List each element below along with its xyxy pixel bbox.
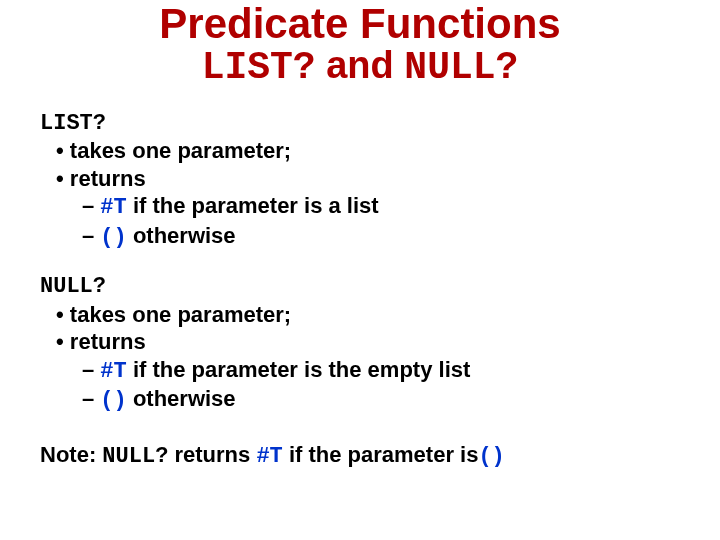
null-dash-1-code: #T [100, 359, 126, 384]
note-mid2: if the parameter is [283, 442, 479, 467]
note-mid1: returns [168, 442, 256, 467]
title-code-null: NULL? [404, 46, 518, 89]
null-section-head: NULL? [40, 273, 680, 301]
note-code-paren: () [478, 444, 504, 469]
null-dash-1: #T if the parameter is the empty list [104, 356, 680, 386]
list-dash-2-code: () [100, 225, 126, 250]
null-dash-2-code: () [100, 388, 126, 413]
title-line2: LIST? and NULL? [40, 46, 680, 88]
null-dash-1-rest: if the parameter is the empty list [127, 357, 471, 382]
null-dash-2-rest: otherwise [127, 386, 236, 411]
title-line1: Predicate Functions [40, 2, 680, 46]
null-bullet-2: returns [74, 328, 680, 356]
list-dash-1: #T if the parameter is a list [104, 192, 680, 222]
list-bullets: takes one parameter; returns [40, 137, 680, 192]
null-dashes: #T if the parameter is the empty list ()… [40, 356, 680, 415]
note-code-t: #T [256, 444, 282, 469]
null-bullets: takes one parameter; returns [40, 301, 680, 356]
slide: Predicate Functions LIST? and NULL? LIST… [0, 2, 720, 540]
list-section-head: LIST? [40, 110, 680, 138]
title-and: and [316, 44, 405, 86]
list-dash-2: () otherwise [104, 222, 680, 252]
slide-title: Predicate Functions LIST? and NULL? [40, 2, 680, 88]
list-dash-2-rest: otherwise [127, 223, 236, 248]
list-bullet-1: takes one parameter; [74, 137, 680, 165]
list-dash-1-rest: if the parameter is a list [127, 193, 379, 218]
list-dashes: #T if the parameter is a list () otherwi… [40, 192, 680, 251]
note-code-null: NULL? [102, 444, 168, 469]
body: LIST? takes one parameter; returns #T if… [40, 110, 680, 471]
list-dash-1-code: #T [100, 195, 126, 220]
list-bullet-2: returns [74, 165, 680, 193]
note-line: Note: NULL? returns #T if the parameter … [40, 441, 680, 471]
title-code-list: LIST? [202, 46, 316, 89]
null-bullet-1: takes one parameter; [74, 301, 680, 329]
null-dash-2: () otherwise [104, 385, 680, 415]
note-prefix: Note: [40, 442, 102, 467]
